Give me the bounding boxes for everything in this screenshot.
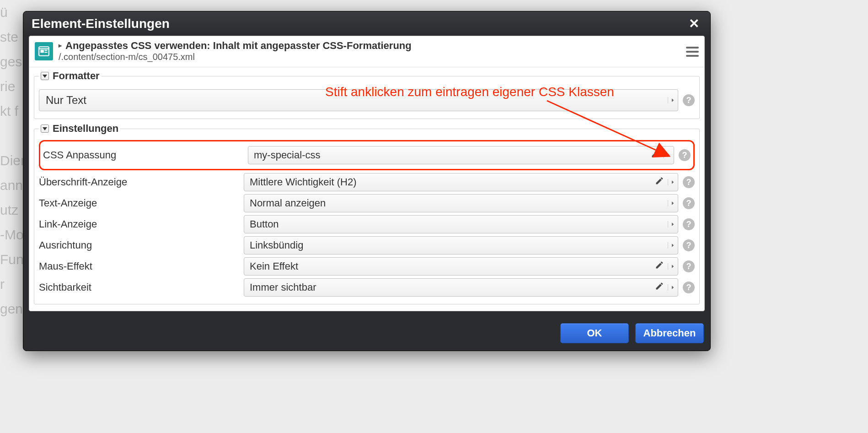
collapse-toggle[interactable] (41, 124, 49, 133)
resource-path: /.content/section-m/cs_00475.xml (59, 52, 412, 62)
setting-value: Linksbündig (250, 239, 668, 251)
setting-label: Link-Anzeige (39, 218, 238, 230)
setting-value: Normal anzeigen (250, 197, 668, 209)
svg-marker-14 (672, 286, 674, 289)
dialog-titlebar: Element-Einstellungen ✕ (23, 11, 710, 36)
svg-marker-12 (672, 244, 674, 247)
svg-marker-10 (672, 201, 674, 205)
setting-select[interactable]: Button (244, 215, 678, 233)
svg-rect-1 (40, 49, 44, 53)
setting-select[interactable]: Mittlere Wichtigkeit (H2) (244, 173, 678, 191)
cancel-label: Abbrechen (643, 327, 696, 339)
pencil-icon[interactable] (655, 260, 664, 272)
setting-select[interactable]: Linksbündig (244, 236, 678, 254)
caret-right-icon: ▸ (59, 42, 62, 49)
setting-row: Link-AnzeigeButton? (39, 215, 695, 233)
highlighted-setting: CSS Anpassungmy-special-css? (39, 140, 695, 170)
help-icon[interactable]: ? (683, 218, 695, 230)
resource-text: ▸ Angepasstes CSS verwenden: Inhalt mit … (59, 40, 412, 62)
resource-title-row[interactable]: ▸ Angepasstes CSS verwenden: Inhalt mit … (59, 40, 412, 52)
section-formatter: Formatter Nur Text ? (34, 70, 700, 119)
chevron-right-icon (668, 200, 674, 206)
legend-label: Einstellungen (53, 123, 118, 135)
chevron-right-icon (664, 152, 670, 158)
pencil-icon[interactable] (651, 149, 660, 161)
setting-select[interactable]: my-special-css (248, 146, 674, 164)
collapse-toggle[interactable] (41, 72, 49, 80)
section-legend: Formatter (39, 70, 102, 82)
setting-label: CSS Anpassung (43, 149, 242, 161)
setting-row: Maus-EffektKein Effekt? (39, 257, 695, 276)
setting-row: Text-AnzeigeNormal anzeigen? (39, 194, 695, 212)
svg-marker-9 (672, 180, 674, 184)
ok-label: OK (587, 327, 602, 339)
settings-dialog: Element-Einstellungen ✕ ▸ Angepasstes CS… (23, 11, 711, 351)
hamburger-icon[interactable] (686, 47, 699, 57)
svg-marker-5 (43, 75, 47, 78)
setting-label: Maus-Effekt (39, 260, 238, 272)
help-icon[interactable]: ? (683, 239, 695, 251)
help-icon[interactable]: ? (683, 94, 695, 106)
section-legend: Einstellungen (39, 123, 120, 135)
pencil-icon[interactable] (655, 176, 664, 188)
legend-label: Formatter (53, 70, 100, 82)
chevron-right-icon (668, 263, 674, 270)
chevron-right-icon (668, 242, 674, 249)
formatter-select[interactable]: Nur Text (39, 89, 678, 111)
pencil-icon[interactable] (655, 281, 664, 293)
svg-marker-8 (668, 153, 670, 157)
setting-value: Button (250, 218, 668, 230)
close-icon[interactable]: ✕ (686, 16, 702, 31)
dialog-buttons: OK Abbrechen (23, 317, 710, 351)
chevron-right-icon (668, 284, 674, 291)
svg-marker-7 (43, 127, 47, 130)
chevron-right-icon (668, 97, 674, 103)
resource-title: Angepasstes CSS verwenden: Inhalt mit an… (65, 40, 412, 52)
setting-row: Überschrift-AnzeigeMittlere Wichtigkeit … (39, 173, 695, 191)
dialog-title: Element-Einstellungen (32, 16, 170, 31)
content-type-icon (35, 42, 53, 60)
setting-label: Text-Anzeige (39, 197, 238, 209)
dialog-body: ▸ Angepasstes CSS verwenden: Inhalt mit … (29, 36, 705, 311)
setting-value: my-special-css (254, 149, 651, 161)
help-icon[interactable]: ? (679, 149, 691, 161)
setting-value: Immer sichtbar (250, 281, 655, 293)
setting-value: Mittlere Wichtigkeit (H2) (250, 176, 655, 188)
chevron-right-icon (668, 179, 674, 185)
setting-select[interactable]: Normal anzeigen (244, 194, 678, 212)
setting-row: CSS Anpassungmy-special-css? (43, 146, 691, 164)
setting-select[interactable]: Immer sichtbar (244, 278, 678, 297)
setting-label: Sichtbarkeit (39, 281, 238, 293)
svg-marker-6 (672, 98, 674, 102)
setting-value: Kein Effekt (250, 260, 655, 272)
setting-select[interactable]: Kein Effekt (244, 257, 678, 276)
ok-button[interactable]: OK (560, 323, 629, 343)
svg-marker-11 (672, 222, 674, 226)
resource-header: ▸ Angepasstes CSS verwenden: Inhalt mit … (29, 36, 704, 67)
setting-row: SichtbarkeitImmer sichtbar? (39, 278, 695, 297)
cancel-button[interactable]: Abbrechen (635, 323, 704, 343)
help-icon[interactable]: ? (683, 176, 695, 188)
help-icon[interactable]: ? (683, 197, 695, 209)
setting-label: Ausrichtung (39, 239, 238, 251)
formatter-row: Nur Text ? (39, 89, 695, 111)
help-icon[interactable]: ? (683, 260, 695, 272)
help-icon[interactable]: ? (683, 281, 695, 293)
section-settings: Einstellungen CSS Anpassungmy-special-cs… (34, 123, 700, 304)
chevron-right-icon (668, 221, 674, 227)
setting-label: Überschrift-Anzeige (39, 176, 238, 188)
formatter-value: Nur Text (46, 94, 86, 107)
svg-marker-13 (672, 265, 674, 268)
setting-row: AusrichtungLinksbündig? (39, 236, 695, 254)
